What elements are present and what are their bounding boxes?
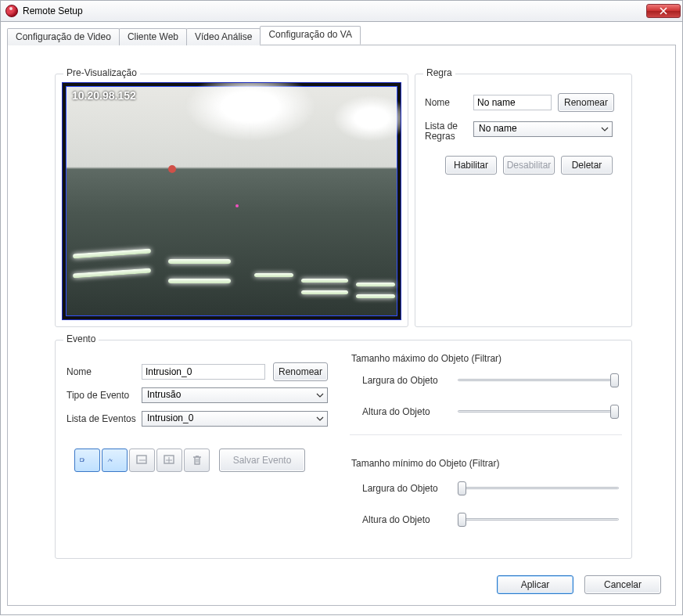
select-value: Intrusion_0 xyxy=(147,412,193,423)
evento-lista-select[interactable]: Intrusion_0 xyxy=(142,411,328,427)
camera-preview[interactable]: 10.20.98.152 xyxy=(62,82,401,320)
title-bar: Remote Setup xyxy=(0,0,683,22)
regra-lista-label: Lista de Regras xyxy=(425,121,473,142)
slider-thumb-icon[interactable] xyxy=(610,405,619,419)
max-altura-slider[interactable] xyxy=(458,405,619,419)
max-largura-slider[interactable] xyxy=(458,373,619,387)
evento-tipo-select[interactable]: Intrusão xyxy=(142,387,328,403)
min-altura-label: Altura do Objeto xyxy=(362,514,430,525)
tab-va-config[interactable]: Configuração do VA xyxy=(260,26,361,45)
tool-4-icon xyxy=(162,453,178,467)
tool-draw-line[interactable] xyxy=(102,448,128,472)
evento-renomear-button[interactable]: Renomear xyxy=(273,362,328,381)
tab-web-client[interactable]: Cliente Web xyxy=(119,28,187,45)
dialog-buttons: Aplicar Cancelar xyxy=(497,575,661,594)
tab-label: Configuração do VA xyxy=(268,29,352,40)
tool-3 xyxy=(129,448,155,472)
max-altura-label: Altura do Objeto xyxy=(362,406,430,417)
min-largura-label: Largura do Objeto xyxy=(362,483,438,494)
tab-video-config[interactable]: Configuração de Video xyxy=(7,28,120,45)
habilitar-button[interactable]: Habilitar xyxy=(445,156,497,175)
chevron-down-icon xyxy=(316,391,324,399)
salvar-evento-button: Salvar Evento xyxy=(219,448,305,472)
evento-nome-label: Nome xyxy=(67,366,142,377)
regra-nome-input[interactable] xyxy=(473,95,552,110)
red-marker-icon xyxy=(168,165,176,173)
close-icon xyxy=(660,7,667,15)
tool-4 xyxy=(156,448,182,472)
evento-tipo-label: Tipo de Evento xyxy=(67,390,142,401)
tab-label: Vídeo Análise xyxy=(195,31,252,42)
camera-scene xyxy=(66,86,397,316)
tab-video-analise[interactable]: Vídeo Análise xyxy=(186,28,261,45)
regra-legend: Regra xyxy=(423,67,455,78)
preview-group: Pre-Visualização 10.20.9 xyxy=(55,74,408,327)
tool-delete xyxy=(184,448,210,472)
slider-thumb-icon[interactable] xyxy=(458,513,466,527)
aplicar-button[interactable]: Aplicar xyxy=(497,575,573,594)
window-title: Remote Setup xyxy=(23,5,83,16)
preview-legend: Pre-Visualização xyxy=(63,67,140,78)
trash-icon xyxy=(189,453,205,467)
slider-thumb-icon[interactable] xyxy=(458,481,466,495)
select-value: Intrusão xyxy=(147,389,181,400)
app-logo-icon xyxy=(5,5,18,17)
tab-label: Cliente Web xyxy=(128,31,178,42)
select-value: No name xyxy=(479,123,517,134)
evento-nome-input[interactable] xyxy=(142,364,265,380)
regra-nome-label: Nome xyxy=(425,97,473,108)
tool-3-icon xyxy=(135,453,150,467)
divider xyxy=(350,434,622,435)
min-altura-slider[interactable] xyxy=(458,513,619,527)
tab-strip: Configuração de Video Cliente Web Vídeo … xyxy=(7,27,676,45)
tool-draw-region[interactable] xyxy=(74,448,100,472)
regra-renomear-button[interactable]: Renomear xyxy=(558,93,614,112)
max-largura-label: Largura do Objeto xyxy=(362,375,438,386)
slider-thumb-icon[interactable] xyxy=(610,373,619,387)
evento-group: Evento Nome Renomear Tipo de Evento Intr… xyxy=(55,340,632,559)
close-button[interactable] xyxy=(646,4,681,18)
focus-point-icon xyxy=(235,204,239,207)
draw-line-icon xyxy=(107,453,113,467)
regra-group: Regra Nome Renomear Lista de Regras No n… xyxy=(415,74,632,327)
camera-ip-overlay: 10.20.98.152 xyxy=(72,89,136,102)
svg-rect-1 xyxy=(137,456,146,463)
filtrar-max-legend: Tamanho máximo do Objeto (Filtrar) xyxy=(351,353,501,364)
min-largura-slider[interactable] xyxy=(458,481,619,495)
client-area: Configuração de Video Cliente Web Vídeo … xyxy=(0,22,683,615)
tab-label: Configuração de Video xyxy=(16,31,111,42)
draw-region-icon xyxy=(80,453,85,467)
evento-lista-label: Lista de Eventos xyxy=(67,413,142,424)
desabilitar-button: Desabilitar xyxy=(503,156,555,175)
chevron-down-icon xyxy=(601,125,609,133)
chevron-down-icon xyxy=(316,415,324,423)
tab-body: Pre-Visualização 10.20.9 xyxy=(7,45,676,606)
filtrar-min-legend: Tamanho mínimo do Objeto (Filtrar) xyxy=(351,458,499,469)
evento-legend: Evento xyxy=(63,333,99,344)
regra-lista-select[interactable]: No name xyxy=(473,121,613,137)
deletar-button[interactable]: Deletar xyxy=(561,156,613,175)
cancelar-button[interactable]: Cancelar xyxy=(584,575,661,594)
